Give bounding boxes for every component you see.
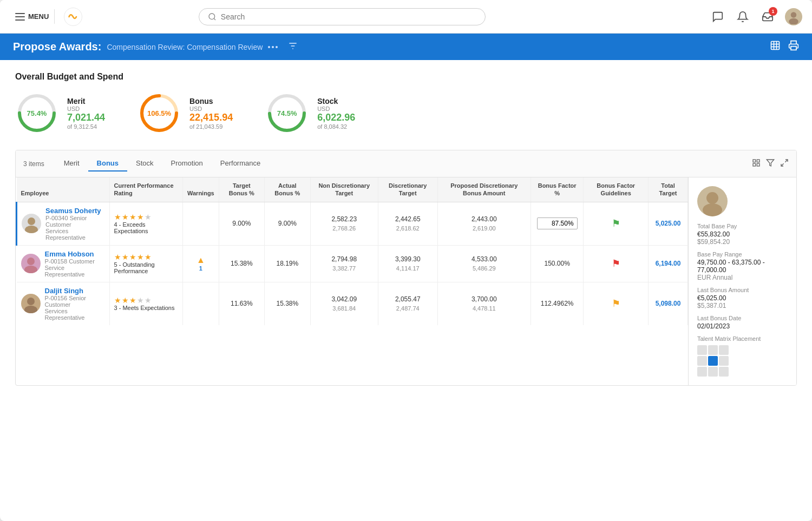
tab-stock[interactable]: Stock xyxy=(127,156,162,172)
chat-icon[interactable] xyxy=(710,9,725,24)
base-pay-range: 49,750.00 - 63,375.00 - 77,000.00 xyxy=(697,259,788,274)
col-proposed: Proposed Discretionary Bonus Amount xyxy=(437,177,531,202)
svg-marker-24 xyxy=(767,160,774,166)
total-link-daljit[interactable]: 5,098.00 xyxy=(656,300,681,307)
bonus-of: of 21,043.59 xyxy=(189,123,233,130)
table-row[interactable]: Seamus Doherty P-00340 Senior Customer S… xyxy=(17,202,688,245)
main-content: Overall Budget and Spend 75.4% Merit USD… xyxy=(0,60,812,398)
svg-point-29 xyxy=(27,258,35,265)
total-target-daljit: 5,098.00 xyxy=(649,282,688,325)
employee-cell: Seamus Doherty P-00340 Senior Customer S… xyxy=(17,202,110,245)
col-bonus-factor: Bonus Factor % xyxy=(531,177,583,202)
emp-name-seamus[interactable]: Seamus Doherty xyxy=(45,207,105,215)
svg-point-30 xyxy=(24,266,37,273)
tab-merit[interactable]: Merit xyxy=(55,156,88,172)
side-panel: Total Base Pay €55,832.00 $59,854.20 Bas… xyxy=(688,177,796,385)
budget-item-merit: 75.4% Merit USD 7,021.44 of 9,312.54 xyxy=(15,91,105,135)
emp-avatar-emma xyxy=(21,254,41,273)
non-disc-emma: 2,794.98 3,382.77 xyxy=(310,245,378,282)
bonus-info: Bonus USD 22,415.94 of 21,043.59 xyxy=(189,97,233,130)
header-dots[interactable] xyxy=(268,46,278,48)
workday-logo[interactable] xyxy=(63,7,83,27)
col-bonus-guidelines: Bonus Factor Guidelines xyxy=(584,177,649,202)
col-warnings: Warnings xyxy=(183,177,219,202)
hamburger-icon xyxy=(15,13,25,21)
expand-icon[interactable] xyxy=(780,159,789,169)
total-base-pay-label: Total Base Pay xyxy=(697,223,788,229)
data-table: Employee Current Performance Rating Warn… xyxy=(16,177,688,325)
warning-count-emma[interactable]: 1 xyxy=(187,265,214,272)
col-target-bonus: Target Bonus % xyxy=(219,177,264,202)
flag-yellow-daljit: ⚑ xyxy=(612,298,620,309)
menu-label: MENU xyxy=(28,12,49,21)
emp-id-seamus: P-00340 Senior Customer xyxy=(45,215,105,228)
warning-icon-emma: ▲ xyxy=(197,255,205,265)
tab-promotion[interactable]: Promotion xyxy=(162,156,212,172)
flag-red-emma: ⚑ xyxy=(612,258,620,269)
rating-label-emma: 5 - Outstanding Performance xyxy=(114,261,179,274)
tab-performance[interactable]: Performance xyxy=(212,156,269,172)
disc-target-daljit: 2,055.47 2,487.74 xyxy=(378,282,437,325)
search-input[interactable] xyxy=(221,12,476,21)
table-row[interactable]: Emma Hobson P-00158 Customer Service Rep… xyxy=(17,245,688,282)
talent-cell xyxy=(719,356,729,366)
grid-view-icon[interactable] xyxy=(752,159,761,169)
filter-icon[interactable] xyxy=(287,41,298,53)
inbox-badge: 1 xyxy=(769,7,777,16)
rating-label-daljit: 3 - Meets Expectations xyxy=(114,305,179,311)
emp-role-emma: Representative xyxy=(45,271,105,278)
stock-of: of 8,084.32 xyxy=(317,123,355,130)
search-bar[interactable] xyxy=(199,8,486,25)
employee-info-daljit: Daljit Singh P-00156 Senior Customer Ser… xyxy=(45,287,105,321)
menu-button[interactable]: MENU xyxy=(10,9,55,24)
talent-cell-active xyxy=(708,356,718,366)
total-target-seamus: 5,025.00 xyxy=(649,202,688,245)
stock-currency: USD xyxy=(317,105,355,112)
emp-avatar-seamus xyxy=(22,214,41,233)
filter-table-icon[interactable] xyxy=(766,159,775,169)
page-title: Propose Awards: xyxy=(13,41,101,53)
talent-matrix-label: Talent Matrix Placement xyxy=(697,335,788,342)
budget-item-stock: 74.5% Stock USD 6,022.96 of 8,084.32 xyxy=(265,91,355,135)
total-link-emma[interactable]: 6,194.00 xyxy=(656,260,681,267)
table-row[interactable]: Daljit Singh P-00156 Senior Customer Ser… xyxy=(17,282,688,325)
employee-info-seamus: Seamus Doherty P-00340 Senior Customer S… xyxy=(45,207,105,241)
emp-role-daljit: Services Representative xyxy=(45,308,105,321)
content-row: Employee Current Performance Rating Warn… xyxy=(16,177,796,385)
export-spreadsheet-icon[interactable] xyxy=(770,40,781,54)
talent-cell xyxy=(697,356,707,366)
stock-info: Stock USD 6,022.96 of 8,084.32 xyxy=(317,97,355,130)
svg-line-26 xyxy=(781,163,784,166)
tab-bonus[interactable]: Bonus xyxy=(88,156,127,172)
base-pay-range-unit: EUR Annual xyxy=(697,274,788,281)
merit-gauge: 75.4% xyxy=(15,91,58,135)
stock-amount: 6,022.96 xyxy=(317,112,355,123)
warning-cell-emma: ▲ 1 xyxy=(183,245,219,282)
user-avatar[interactable] xyxy=(785,8,802,25)
rating-cell-emma: ★★★★★ 5 - Outstanding Performance xyxy=(109,245,183,282)
breadcrumb[interactable]: Compensation Review: Compensation Review xyxy=(107,43,263,51)
total-link-seamus[interactable]: 5,025.00 xyxy=(656,220,681,227)
warning-cell-daljit xyxy=(183,282,219,325)
employee-cell-emma: Emma Hobson P-00158 Customer Service Rep… xyxy=(17,245,110,282)
col-total-target: Total Target xyxy=(649,177,688,202)
col-actual-bonus: Actual Bonus % xyxy=(264,177,310,202)
notification-icon[interactable] xyxy=(735,9,750,24)
print-icon[interactable] xyxy=(788,40,799,54)
bonus-factor-input-seamus[interactable] xyxy=(537,217,578,229)
table-toolbar: 3 items Merit Bonus Stock Promotion Perf… xyxy=(16,150,796,177)
bonus-guidelines-emma: ⚑ xyxy=(584,245,649,282)
bonus-factor-seamus[interactable] xyxy=(531,202,583,245)
search-icon xyxy=(208,12,217,21)
emp-name-emma[interactable]: Emma Hobson xyxy=(45,250,105,258)
svg-point-1 xyxy=(209,14,215,19)
svg-line-25 xyxy=(785,160,788,162)
rating-label-seamus: 4 - Exceeds Expectations xyxy=(114,221,179,234)
bonus-guidelines-seamus: ⚑ xyxy=(584,202,649,245)
disc-target-seamus: 2,442.65 2,618.62 xyxy=(378,202,437,245)
bonus-amount: 22,415.94 xyxy=(189,112,233,123)
emp-avatar-daljit xyxy=(21,294,41,313)
inbox-icon[interactable]: 1 xyxy=(760,9,775,24)
svg-point-33 xyxy=(706,192,718,204)
emp-name-daljit[interactable]: Daljit Singh xyxy=(45,287,105,295)
